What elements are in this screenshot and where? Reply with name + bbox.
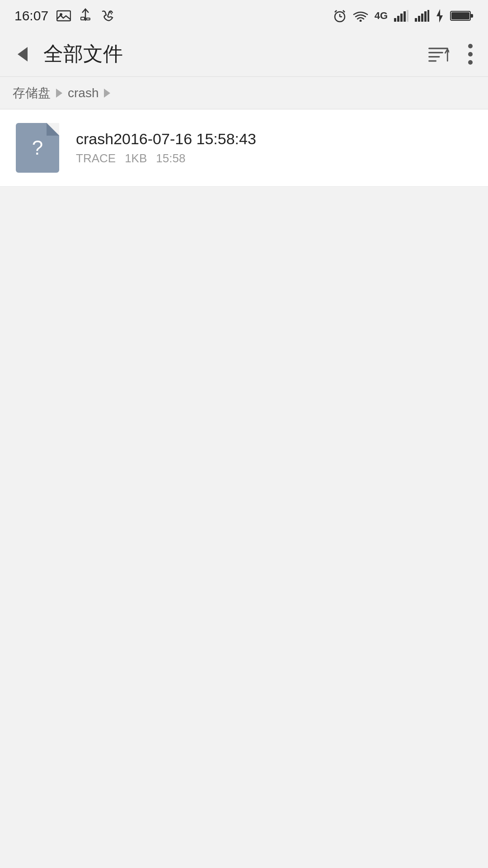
more-icon [467, 43, 474, 66]
svg-point-28 [468, 44, 473, 48]
svg-rect-18 [427, 10, 429, 22]
file-list: ? crash2016-07-16 15:58:43 TRACE 1KB 15:… [0, 109, 488, 187]
breadcrumb: 存储盘 crash [0, 77, 488, 109]
file-unknown-icon: ? [16, 123, 59, 173]
file-icon-wrap: ? [13, 123, 62, 173]
file-name: crash2016-07-16 15:58:43 [76, 130, 475, 148]
svg-rect-9 [394, 18, 396, 22]
question-mark-icon: ? [32, 137, 43, 159]
breadcrumb-item-crash[interactable]: crash [68, 86, 99, 100]
svg-rect-3 [81, 17, 84, 20]
svg-rect-15 [418, 16, 420, 22]
image-icon [56, 9, 71, 22]
breadcrumb-item-storage[interactable]: 存储盘 [13, 85, 51, 102]
svg-marker-19 [436, 9, 443, 23]
more-button[interactable] [465, 43, 475, 66]
svg-rect-21 [451, 12, 469, 19]
status-left: 16:07 [14, 8, 115, 24]
file-size: 1KB [125, 151, 147, 165]
svg-rect-13 [407, 10, 408, 22]
battery-icon [450, 10, 474, 22]
file-details: crash2016-07-16 15:58:43 TRACE 1KB 15:58 [76, 130, 475, 165]
svg-point-30 [468, 60, 473, 65]
sort-icon [427, 44, 449, 64]
svg-rect-10 [397, 16, 399, 22]
svg-rect-14 [415, 18, 417, 22]
file-time: 15:58 [156, 151, 185, 165]
back-chevron-icon [18, 47, 28, 61]
svg-point-8 [359, 20, 361, 22]
page-title: 全部文件 [43, 41, 123, 67]
usb-icon [79, 8, 92, 24]
call-icon [100, 9, 115, 22]
title-left: 全部文件 [9, 41, 123, 68]
svg-rect-11 [400, 14, 403, 22]
sort-button[interactable] [427, 44, 449, 64]
svg-point-29 [468, 52, 473, 57]
alarm-icon [333, 9, 347, 23]
status-right: 4G [333, 9, 474, 23]
back-button[interactable] [9, 41, 36, 68]
status-time: 16:07 [14, 8, 48, 24]
svg-rect-16 [421, 14, 423, 22]
svg-rect-0 [57, 11, 70, 21]
svg-rect-12 [404, 11, 406, 22]
charging-icon [436, 9, 444, 23]
file-item[interactable]: ? crash2016-07-16 15:58:43 TRACE 1KB 15:… [0, 109, 488, 187]
breadcrumb-chevron-icon [56, 89, 62, 98]
status-bar: 16:07 [0, 0, 488, 32]
breadcrumb-chevron-icon-2 [104, 89, 110, 98]
signal-icon [394, 10, 408, 22]
file-type: TRACE [76, 151, 116, 165]
signal2-icon [415, 10, 429, 22]
svg-rect-4 [86, 18, 90, 20]
file-meta: TRACE 1KB 15:58 [76, 151, 475, 165]
title-bar: 全部文件 [0, 32, 488, 77]
wifi-icon [353, 10, 368, 22]
svg-rect-17 [424, 11, 427, 22]
network-4g: 4G [375, 10, 388, 22]
svg-rect-22 [470, 14, 473, 18]
title-right [427, 43, 475, 66]
